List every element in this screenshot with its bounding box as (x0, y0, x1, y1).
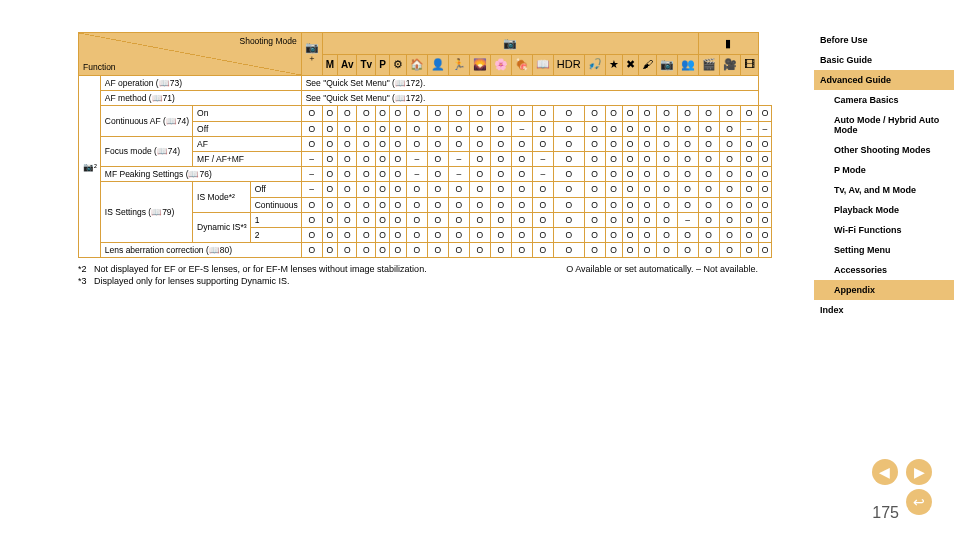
cell: O (357, 182, 376, 197)
cell: O (389, 167, 406, 182)
cell: O (357, 197, 376, 212)
cell: O (758, 243, 772, 258)
cell: O (376, 243, 390, 258)
nav-item[interactable]: P Mode (814, 160, 954, 180)
cell: O (553, 121, 584, 136)
cell: O (758, 227, 772, 242)
cell: O (605, 227, 622, 242)
cell: O (758, 197, 772, 212)
cell: O (584, 136, 605, 151)
cell: O (357, 121, 376, 136)
cell: O (622, 212, 638, 227)
nav-item[interactable]: Advanced Guide (814, 70, 954, 90)
cell: O (389, 121, 406, 136)
mode-header-14: 🎣 (584, 54, 605, 76)
nav-item[interactable]: Wi-Fi Functions (814, 220, 954, 240)
cell: – (511, 121, 532, 136)
cell: O (511, 106, 532, 121)
nav-item[interactable]: Other Shooting Modes (814, 140, 954, 160)
cell: O (511, 182, 532, 197)
nav-item[interactable]: Appendix (814, 280, 954, 300)
return-button[interactable]: ↩ (906, 489, 932, 515)
cell: O (389, 136, 406, 151)
nav-item[interactable]: Auto Mode / Hybrid Auto Mode (814, 110, 954, 140)
row-sublabel: MF / AF+MF (193, 151, 302, 166)
nav-item[interactable]: Accessories (814, 260, 954, 280)
cell: O (469, 121, 490, 136)
cell: O (511, 227, 532, 242)
cell: – (677, 212, 698, 227)
nav-item[interactable]: Setting Menu (814, 240, 954, 260)
cell: O (740, 136, 758, 151)
cell: O (622, 243, 638, 258)
mode-header-15: ★ (605, 54, 622, 76)
cell: O (357, 243, 376, 258)
next-page-button[interactable]: ▶ (906, 459, 932, 485)
cell: O (357, 212, 376, 227)
nav-item[interactable]: Camera Basics (814, 90, 954, 110)
cell: O (389, 106, 406, 121)
cell: O (376, 212, 390, 227)
nav-item[interactable]: Playback Mode (814, 200, 954, 220)
cell: O (322, 243, 337, 258)
cell: O (376, 106, 390, 121)
nav-item[interactable]: Before Use (814, 30, 954, 50)
footnote: *3Displayed only for lenses supporting D… (78, 276, 758, 286)
cell: O (622, 151, 638, 166)
cell: O (532, 227, 553, 242)
cell: O (605, 136, 622, 151)
mode-header-21: 🎥 (719, 54, 740, 76)
cell: O (427, 106, 448, 121)
cell: O (677, 182, 698, 197)
cell: O (469, 167, 490, 182)
cell: O (740, 167, 758, 182)
cell: O (605, 151, 622, 166)
cell: O (638, 227, 656, 242)
cell: – (740, 121, 758, 136)
cell: O (638, 167, 656, 182)
cell: O (584, 243, 605, 258)
cell: O (448, 243, 469, 258)
cell: O (553, 197, 584, 212)
mode-header-4: P (376, 54, 390, 76)
cell: O (511, 197, 532, 212)
cell: O (605, 243, 622, 258)
cell: O (622, 227, 638, 242)
cell: – (532, 167, 553, 182)
mode-group-camera: 📷 (322, 33, 698, 55)
cell: O (469, 182, 490, 197)
cell: O (656, 167, 677, 182)
cell: O (469, 212, 490, 227)
cell: O (740, 227, 758, 242)
cell: O (605, 182, 622, 197)
mode-header-0: 📷⁺ (301, 33, 322, 76)
row-group: Focus mode (📖74) (100, 136, 192, 166)
cell: O (427, 151, 448, 166)
cell: O (322, 106, 337, 121)
cell: O (389, 243, 406, 258)
row-label: Lens aberration correction (📖80) (100, 243, 301, 258)
cell: O (584, 182, 605, 197)
cell: O (656, 212, 677, 227)
nav-item[interactable]: Index (814, 300, 954, 320)
cell: O (622, 106, 638, 121)
cell: O (622, 197, 638, 212)
cell: O (698, 121, 719, 136)
cell: O (322, 167, 337, 182)
cell: O (719, 167, 740, 182)
cell: O (427, 121, 448, 136)
nav-sidebar: Before UseBasic GuideAdvanced GuideCamer… (814, 30, 954, 320)
cell: – (301, 167, 322, 182)
cell: O (698, 182, 719, 197)
prev-page-button[interactable]: ◀ (872, 459, 898, 485)
nav-item[interactable]: Tv, Av, and M Mode (814, 180, 954, 200)
cell: O (357, 167, 376, 182)
cell: O (532, 121, 553, 136)
cell: O (719, 212, 740, 227)
cell: O (490, 182, 511, 197)
nav-item[interactable]: Basic Guide (814, 50, 954, 70)
cell: O (406, 243, 427, 258)
cell: O (719, 136, 740, 151)
cell: O (490, 121, 511, 136)
row-subgroup: Dynamic IS*³ (193, 212, 251, 242)
